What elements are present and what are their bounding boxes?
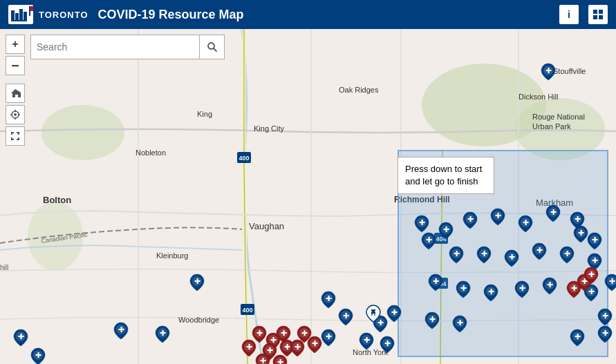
map-marker[interactable]: ✚	[30, 347, 46, 364]
map-marker[interactable]: ✚	[338, 308, 353, 326]
svg-text:✚: ✚	[326, 332, 332, 341]
map-marker[interactable]: ✚	[587, 232, 602, 250]
map-marker[interactable]: ✚	[559, 246, 575, 264]
map-marker[interactable]: ✚	[113, 322, 129, 340]
svg-rect-9	[599, 10, 603, 14]
app-header: TORONTO COVID-19 Resource Map i	[0, 0, 616, 29]
locate-button[interactable]	[6, 105, 25, 124]
map-marker[interactable]: ✚	[424, 312, 440, 329]
map-marker[interactable]: ✚	[542, 277, 557, 295]
map-marker[interactable]: ✚	[438, 222, 454, 240]
svg-text:✚: ✚	[467, 215, 474, 223]
svg-text:✚: ✚	[523, 218, 529, 227]
svg-rect-3	[19, 9, 23, 21]
map-marker[interactable]: ✚	[545, 204, 561, 222]
svg-text:✚: ✚	[343, 312, 349, 320]
map-marker[interactable]: ✚	[321, 329, 336, 347]
map-marker[interactable]: ✚	[532, 242, 547, 260]
search-input[interactable]	[30, 35, 200, 59]
map-marker[interactable]: ✚	[307, 336, 322, 354]
svg-text:✚: ✚	[575, 215, 581, 223]
svg-rect-5	[11, 20, 27, 21]
fullscreen-button[interactable]	[6, 126, 25, 146]
map-marker[interactable]: ✚	[463, 211, 478, 229]
svg-text:✚: ✚	[194, 277, 200, 285]
svg-rect-8	[593, 10, 597, 14]
map-toolbar: + −	[6, 35, 25, 146]
map-marker[interactable]: ✚	[456, 280, 471, 298]
svg-text:✚: ✚	[277, 358, 283, 364]
svg-text:✚: ✚	[391, 308, 398, 316]
home-button[interactable]	[6, 84, 25, 103]
svg-rect-10	[593, 15, 597, 19]
svg-text:✚: ✚	[509, 253, 515, 261]
svg-rect-11	[599, 15, 603, 19]
search-icon	[207, 41, 218, 52]
search-container	[30, 35, 225, 59]
map-tooltip: Press down to start and let go to finish	[398, 157, 494, 194]
fullscreen-icon	[10, 131, 20, 141]
map-marker[interactable]: ✚	[584, 267, 599, 285]
svg-line-32	[214, 48, 217, 52]
map-marker[interactable]: ✚	[380, 336, 395, 354]
map-marker[interactable]: ✚	[514, 280, 530, 298]
map-container[interactable]: Canadian Pacific 400 400 404 404 Stouffv…	[0, 29, 616, 364]
zoom-out-button[interactable]: −	[6, 56, 25, 75]
map-marker[interactable]: ✚	[255, 353, 270, 364]
map-marker[interactable]: ✚	[421, 232, 436, 250]
svg-text:✚: ✚	[550, 208, 557, 216]
grid-button[interactable]	[588, 5, 608, 24]
map-marker[interactable]: ✚	[290, 339, 305, 357]
svg-text:✚: ✚	[575, 332, 581, 341]
map-marker[interactable]: ✚	[13, 329, 28, 347]
map-marker[interactable]: ✚	[359, 332, 374, 350]
svg-text:✚: ✚	[460, 284, 467, 292]
svg-text:✚: ✚	[443, 225, 449, 233]
svg-text:✚: ✚	[588, 270, 595, 278]
svg-text:✚: ✚	[602, 312, 608, 320]
map-marker[interactable]: ✚	[452, 315, 467, 333]
map-marker[interactable]: ✚	[386, 305, 402, 323]
svg-text:✚: ✚	[519, 284, 525, 292]
svg-text:✚: ✚	[281, 329, 287, 337]
map-marker[interactable]: ✚	[241, 339, 256, 357]
svg-text:✚: ✚	[564, 249, 570, 258]
map-marker[interactable]: ✚	[155, 325, 170, 343]
svg-text:✚: ✚	[118, 325, 124, 334]
svg-text:✚: ✚	[495, 211, 501, 220]
svg-text:✚: ✚	[545, 66, 552, 75]
map-marker[interactable]: ✚	[490, 208, 505, 226]
info-button[interactable]: i	[559, 5, 579, 24]
map-marker[interactable]: ✚	[573, 225, 588, 243]
map-marker[interactable]: ✚	[570, 329, 585, 347]
map-marker[interactable]: ✚	[597, 308, 613, 326]
svg-rect-4	[24, 12, 27, 21]
svg-text:✚: ✚	[256, 329, 263, 337]
svg-text:✚: ✚	[457, 318, 463, 327]
map-marker[interactable]: ✚	[428, 274, 443, 291]
locate-icon	[10, 109, 21, 120]
svg-text:✚: ✚	[295, 343, 301, 351]
map-marker[interactable]: ✚	[518, 215, 533, 233]
map-marker[interactable]: ✚	[541, 63, 556, 81]
svg-text:✚: ✚	[419, 218, 425, 227]
map-marker[interactable]: ✚	[597, 325, 613, 343]
svg-text:H: H	[371, 310, 376, 317]
map-marker[interactable]: ✚	[504, 249, 519, 267]
map-marker[interactable]: ✚	[604, 274, 616, 291]
svg-text:✚: ✚	[18, 332, 24, 341]
svg-text:✚: ✚	[592, 256, 598, 265]
map-marker[interactable]: ✚	[449, 246, 464, 264]
svg-text:✚: ✚	[426, 236, 432, 244]
map-marker[interactable]: ✚	[321, 291, 336, 309]
map-marker[interactable]: H	[366, 305, 381, 323]
map-marker[interactable]: ✚	[476, 246, 492, 264]
map-marker[interactable]: ✚	[189, 274, 205, 291]
map-marker[interactable]: ✚	[414, 215, 429, 233]
map-marker[interactable]: ✚	[272, 354, 288, 364]
map-marker[interactable]: ✚	[483, 284, 498, 302]
zoom-in-button[interactable]: +	[6, 35, 25, 54]
tooltip-text: Press down to start and let go to finish	[405, 164, 482, 186]
search-button[interactable]	[200, 35, 225, 59]
svg-text:✚: ✚	[429, 315, 436, 323]
